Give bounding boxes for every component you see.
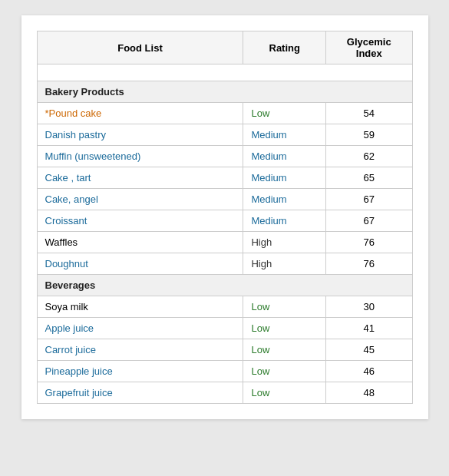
- gi-cell: 30: [326, 296, 412, 318]
- section-title: Bakery Products: [37, 81, 412, 103]
- food-cell: Grapefruit juice: [37, 382, 243, 404]
- rating-cell: Medium: [243, 189, 326, 210]
- rating-cell: Medium: [243, 124, 326, 146]
- header-gi: Glycemic Index: [326, 31, 412, 64]
- rating-cell: Low: [243, 339, 326, 361]
- food-link[interactable]: Carrot juice: [45, 344, 96, 355]
- gi-cell: 65: [326, 167, 412, 189]
- section-header-row: Bakery Products: [37, 81, 412, 103]
- table-row: Soya milk Low 30: [37, 296, 412, 318]
- table-row: Doughnut High 76: [37, 253, 412, 275]
- gi-cell: 62: [326, 146, 412, 167]
- rating-cell: Medium: [243, 210, 326, 232]
- empty-row: [37, 64, 412, 81]
- food-link[interactable]: Danish pastry: [45, 129, 106, 140]
- table-row: *Pound cake Low 54: [37, 103, 412, 124]
- food-cell: Cake , tart: [37, 167, 243, 189]
- rating-cell: Low: [243, 382, 326, 404]
- food-link[interactable]: Cake, angel: [45, 193, 98, 205]
- food-name: Waffles: [45, 236, 78, 248]
- food-link[interactable]: Cake , tart: [45, 172, 91, 183]
- table-row: Cake, angel Medium 67: [37, 189, 412, 210]
- gi-cell: 67: [326, 210, 412, 232]
- food-link[interactable]: Grapefruit juice: [45, 387, 113, 398]
- gi-cell: 76: [326, 253, 412, 275]
- food-cell: Carrot juice: [37, 339, 243, 361]
- food-link[interactable]: Apple juice: [45, 322, 94, 334]
- food-cell: Danish pastry: [37, 124, 243, 146]
- rating-cell: Low: [243, 296, 326, 318]
- table-row: Apple juice Low 41: [37, 318, 412, 339]
- table-row: Cake , tart Medium 65: [37, 167, 412, 189]
- food-cell: Croissant: [37, 210, 243, 232]
- food-cell: Pineapple juice: [37, 361, 243, 382]
- table-row: Carrot juice Low 45: [37, 339, 412, 361]
- section-header-row: Beverages: [37, 275, 412, 296]
- food-cell: Doughnut: [37, 253, 243, 275]
- food-name: Soya milk: [45, 301, 88, 312]
- table-row: Grapefruit juice Low 48: [37, 382, 412, 404]
- header-food: Food List: [37, 31, 243, 64]
- gi-cell: 67: [326, 189, 412, 210]
- table-row: Muffin (unsweetened) Medium 62: [37, 146, 412, 167]
- food-link[interactable]: Pineapple juice: [45, 365, 113, 377]
- food-cell: Cake, angel: [37, 189, 243, 210]
- rating-cell: Low: [243, 361, 326, 382]
- rating-cell: Low: [243, 103, 326, 124]
- food-link[interactable]: Croissant: [45, 215, 87, 226]
- food-cell: *Pound cake: [37, 103, 243, 124]
- gi-cell: 46: [326, 361, 412, 382]
- gi-cell: 45: [326, 339, 412, 361]
- gi-cell: 48: [326, 382, 412, 404]
- food-cell: Muffin (unsweetened): [37, 146, 243, 167]
- food-table: Food List Rating Glycemic Index Bakery P…: [37, 31, 413, 404]
- table-row: Pineapple juice Low 46: [37, 361, 412, 382]
- food-cell: Soya milk: [37, 296, 243, 318]
- page-container: Food List Rating Glycemic Index Bakery P…: [21, 15, 428, 419]
- food-link[interactable]: Doughnut: [45, 258, 88, 269]
- food-cell: Waffles: [37, 232, 243, 253]
- gi-cell: 41: [326, 318, 412, 339]
- header-rating: Rating: [243, 31, 326, 64]
- rating-cell: High: [243, 232, 326, 253]
- rating-cell: Low: [243, 318, 326, 339]
- section-title: Beverages: [37, 275, 412, 296]
- table-row: Croissant Medium 67: [37, 210, 412, 232]
- gi-cell: 59: [326, 124, 412, 146]
- table-row: Danish pastry Medium 59: [37, 124, 412, 146]
- table-header-row: Food List Rating Glycemic Index: [37, 31, 412, 64]
- gi-cell: 54: [326, 103, 412, 124]
- table-row: Waffles High 76: [37, 232, 412, 253]
- food-link[interactable]: Muffin (unsweetened): [45, 150, 141, 162]
- rating-cell: Medium: [243, 146, 326, 167]
- gi-cell: 76: [326, 232, 412, 253]
- food-cell: Apple juice: [37, 318, 243, 339]
- food-link[interactable]: *Pound cake: [45, 107, 102, 119]
- rating-cell: High: [243, 253, 326, 275]
- rating-cell: Medium: [243, 167, 326, 189]
